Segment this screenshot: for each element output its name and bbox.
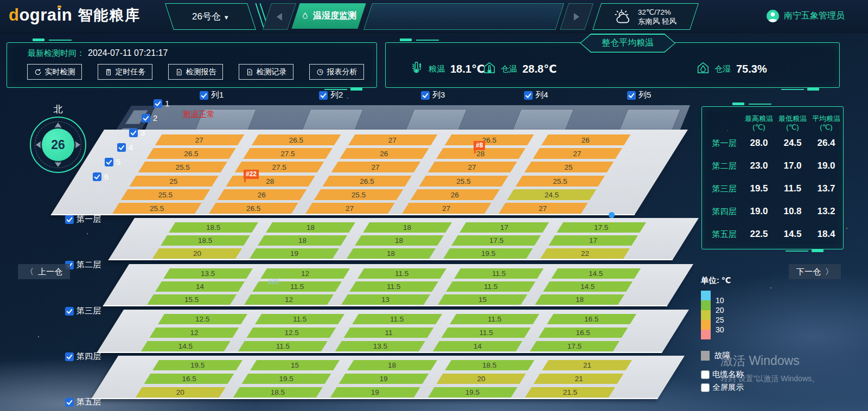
- temperature-cell[interactable]: 18: [363, 222, 452, 233]
- temperature-cell[interactable]: 27: [305, 203, 394, 214]
- temperature-cell[interactable]: 14.5: [551, 268, 641, 279]
- temperature-cell[interactable]: 18.5: [161, 235, 250, 246]
- temperature-cell[interactable]: 27: [402, 203, 491, 214]
- temperature-cell[interactable]: 28: [226, 176, 315, 187]
- temperature-cell[interactable]: 21.5: [525, 387, 615, 397]
- row-checkbox-6[interactable]: 6: [93, 172, 108, 181]
- detection-button-0[interactable]: 实时检测: [27, 64, 82, 80]
- unchecked-checkbox[interactable]: [701, 383, 710, 392]
- checked-checkbox[interactable]: [117, 143, 126, 152]
- temperature-cell[interactable]: 20: [152, 248, 242, 259]
- temperature-cell[interactable]: 11.5: [441, 327, 531, 338]
- temperature-cell[interactable]: 25: [525, 162, 614, 172]
- temperature-cell[interactable]: 22: [540, 248, 630, 259]
- temperature-cell[interactable]: 11.5: [358, 268, 447, 279]
- temperature-cell[interactable]: 27: [499, 203, 588, 214]
- temperature-cell[interactable]: 18: [535, 294, 624, 305]
- checked-checkbox[interactable]: [142, 114, 150, 123]
- checked-checkbox[interactable]: [65, 215, 74, 224]
- legend-option-checkbox-1[interactable]: 全屏展示: [701, 382, 750, 393]
- temperature-cell[interactable]: 27: [331, 162, 420, 172]
- temperature-cell[interactable]: 26.5: [445, 134, 534, 145]
- legend-option-checkbox-0[interactable]: 电缆名称: [701, 369, 750, 380]
- temperature-cell[interactable]: 18: [347, 248, 436, 259]
- compass-down-arrow-icon[interactable]: [54, 162, 62, 167]
- temperature-cell[interactable]: 17.5: [452, 235, 541, 246]
- temperature-cell[interactable]: 11: [344, 327, 433, 338]
- temperature-cell[interactable]: 24.5: [507, 189, 596, 200]
- checked-checkbox[interactable]: [129, 129, 138, 137]
- tab-scroll-left-button[interactable]: [263, 3, 296, 30]
- temperature-cell[interactable]: 12: [150, 327, 239, 338]
- temperature-cell[interactable]: 25: [129, 176, 218, 187]
- temperature-cell[interactable]: 14: [432, 341, 522, 351]
- compass-up-arrow-icon[interactable]: [54, 123, 62, 128]
- temperature-cell[interactable]: 27: [348, 134, 437, 145]
- temperature-cell[interactable]: 14.5: [141, 341, 231, 351]
- temperature-cell[interactable]: 19.5: [444, 248, 533, 259]
- temperature-cell[interactable]: 25.5: [314, 189, 403, 200]
- layer-checkbox-5[interactable]: 第五层: [65, 397, 101, 407]
- checked-checkbox[interactable]: [93, 172, 101, 181]
- compass-right-arrow-icon[interactable]: [75, 141, 80, 149]
- column-checkbox-4[interactable]: 列4: [524, 90, 548, 100]
- temperature-cell[interactable]: 25.5: [515, 176, 604, 187]
- temperature-cell[interactable]: 18: [355, 235, 444, 246]
- detection-button-4[interactable]: 报表分析: [309, 64, 364, 80]
- prev-warehouse-button[interactable]: 〈上一仓: [18, 264, 70, 279]
- temperature-cell[interactable]: 13.5: [335, 341, 425, 351]
- temperature-cell[interactable]: 20: [436, 374, 526, 384]
- checked-checkbox[interactable]: [319, 91, 328, 100]
- row-checkbox-2[interactable]: 2: [142, 113, 157, 123]
- temperature-cell[interactable]: 11.5: [252, 281, 342, 292]
- temperature-cell[interactable]: 18: [258, 235, 347, 246]
- temperature-cell[interactable]: 14: [155, 281, 245, 292]
- tab-scroll-right-button[interactable]: [560, 3, 593, 30]
- row-checkbox-4[interactable]: 4: [117, 143, 133, 152]
- temperature-cell[interactable]: 13: [341, 294, 431, 305]
- temperature-cell[interactable]: 11.5: [455, 268, 544, 279]
- temperature-cell[interactable]: 11.5: [255, 314, 344, 324]
- checked-checkbox[interactable]: [154, 99, 162, 108]
- temperature-cell[interactable]: 19.5: [241, 374, 331, 384]
- row-checkbox-1[interactable]: 1: [154, 99, 169, 108]
- temperature-cell[interactable]: 26.5: [322, 176, 411, 187]
- temperature-cell[interactable]: 25.5: [138, 162, 227, 172]
- detection-button-1[interactable]: 定时任务: [98, 64, 152, 80]
- column-checkbox-1[interactable]: 列1: [200, 90, 224, 100]
- temperature-cell[interactable]: 12: [260, 268, 350, 279]
- temperature-cell[interactable]: 19.5: [428, 387, 518, 397]
- detection-button-2[interactable]: 检测报告: [168, 64, 223, 80]
- tab-temperature-humidity[interactable]: 温湿度监测: [291, 3, 366, 29]
- temperature-cell[interactable]: 17.5: [530, 341, 620, 351]
- warehouse-selector-dropdown[interactable]: 26号仓 ▼: [165, 3, 256, 30]
- cable-marker-tag-faint[interactable]: #20: [268, 278, 279, 286]
- temperature-cell[interactable]: 18.5: [169, 222, 258, 233]
- temperature-cell[interactable]: 27: [533, 148, 622, 159]
- detection-button-3[interactable]: 检测记录: [239, 64, 293, 80]
- temperature-cell[interactable]: 21: [542, 360, 632, 370]
- temperature-cell[interactable]: 11.5: [349, 281, 439, 292]
- temperature-cell[interactable]: 11.5: [238, 341, 328, 351]
- checked-checkbox[interactable]: [105, 158, 113, 166]
- temperature-cell[interactable]: 18.5: [233, 387, 322, 397]
- temperature-cell[interactable]: 17.5: [557, 222, 646, 233]
- temperature-cell[interactable]: 12: [244, 294, 334, 305]
- cable-marker-tag[interactable]: #8: [474, 141, 485, 150]
- temperature-cell[interactable]: 15: [250, 360, 340, 370]
- temperature-cell[interactable]: 26.5: [252, 134, 341, 145]
- checked-checkbox[interactable]: [65, 307, 74, 316]
- temperature-cell[interactable]: 19: [330, 387, 420, 397]
- temperature-cell[interactable]: 15.5: [147, 294, 237, 305]
- temperature-cell[interactable]: 16.5: [547, 314, 636, 324]
- temperature-cell[interactable]: 18.5: [445, 360, 534, 370]
- temperature-cell[interactable]: 26: [411, 189, 500, 200]
- temperature-cell[interactable]: 11.5: [353, 314, 442, 324]
- temperature-cell[interactable]: 18: [347, 360, 437, 370]
- temperature-cell[interactable]: 27: [428, 162, 517, 172]
- checked-checkbox[interactable]: [65, 352, 74, 361]
- compass-left-arrow-icon[interactable]: [36, 141, 41, 149]
- cable-marker-tag[interactable]: #22: [244, 170, 259, 179]
- temperature-cell[interactable]: 13.5: [163, 268, 253, 279]
- checked-checkbox[interactable]: [421, 91, 430, 100]
